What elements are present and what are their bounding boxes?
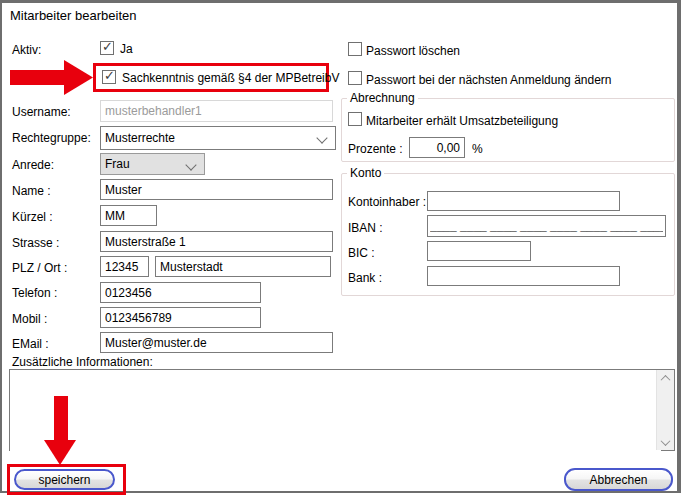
kontoinhaber-label: Kontoinhaber : bbox=[348, 195, 426, 209]
red-arrow-down-icon bbox=[42, 396, 78, 466]
chevron-up-icon bbox=[661, 374, 671, 384]
sachkenntnis-checkbox-label: Sachkenntnis gemäß §4 der MPBetreibV bbox=[122, 71, 339, 85]
chevron-down-icon bbox=[185, 159, 196, 170]
email-label: EMail : bbox=[12, 337, 49, 351]
plz-field[interactable] bbox=[100, 256, 149, 277]
rechtegruppe-dropdown[interactable]: Musterrechte bbox=[100, 126, 336, 150]
strasse-field[interactable] bbox=[100, 231, 333, 252]
zusatz-info-label: Zusätzliche Informationen: bbox=[12, 355, 153, 369]
passwort-loeschen-label: Passwort löschen bbox=[366, 44, 460, 58]
prozente-label: Prozente : bbox=[348, 142, 403, 156]
name-field[interactable] bbox=[100, 179, 333, 200]
red-arrow-right-icon bbox=[8, 57, 94, 98]
prozente-field[interactable] bbox=[409, 137, 465, 158]
email-field[interactable] bbox=[100, 332, 333, 353]
name-label: Name : bbox=[12, 184, 51, 198]
iban-field[interactable] bbox=[427, 215, 666, 237]
umsatzbeteiligung-checkbox[interactable] bbox=[348, 112, 362, 126]
plz-ort-label: PLZ / Ort : bbox=[12, 261, 67, 275]
telefon-label: Telefon : bbox=[12, 286, 57, 300]
sachkenntnis-checkbox[interactable]: ✓ bbox=[102, 70, 116, 84]
anrede-dropdown[interactable]: Frau bbox=[100, 153, 205, 175]
aktiv-label: Aktiv: bbox=[12, 43, 41, 57]
zusatz-info-textarea[interactable] bbox=[10, 370, 661, 454]
umsatzbeteiligung-label: Mitarbeiter erhält Umsatzbeteiligung bbox=[366, 114, 558, 128]
anrede-label: Anrede: bbox=[12, 158, 54, 172]
mobil-field[interactable] bbox=[100, 307, 261, 328]
bank-field[interactable] bbox=[427, 266, 620, 286]
telefon-field[interactable] bbox=[100, 282, 261, 303]
rechtegruppe-selected-value: Musterrechte bbox=[105, 131, 175, 145]
kuerzel-field[interactable] bbox=[100, 205, 157, 226]
employee-edit-dialog: Mitarbeiter bearbeiten Aktiv: ✓ Ja ✓ Sac… bbox=[0, 0, 681, 493]
percent-sign: % bbox=[472, 142, 483, 156]
check-icon: ✓ bbox=[102, 39, 113, 54]
bic-label: BIC : bbox=[348, 246, 375, 260]
iban-label: IBAN : bbox=[348, 221, 383, 235]
strasse-label: Strasse : bbox=[12, 236, 59, 250]
zusatz-info-textarea-frame bbox=[9, 369, 675, 451]
abrechnung-group-title: Abrechnung bbox=[347, 92, 418, 104]
bank-label: Bank : bbox=[348, 271, 382, 285]
username-field[interactable] bbox=[100, 100, 333, 122]
save-button[interactable]: speichern bbox=[14, 469, 115, 490]
username-label: Username: bbox=[12, 105, 71, 119]
rechtegruppe-label: Rechtegruppe: bbox=[12, 131, 91, 145]
konto-group-title: Konto bbox=[347, 167, 384, 179]
passwort-aendern-label: Passwort bei der nächsten Anmeldung ände… bbox=[366, 73, 612, 87]
scroll-down-button[interactable] bbox=[657, 434, 674, 450]
kuerzel-label: Kürzel : bbox=[12, 210, 53, 224]
cancel-button[interactable]: Abbrechen bbox=[564, 468, 673, 491]
chevron-down-icon bbox=[316, 132, 327, 143]
mobil-label: Mobil : bbox=[12, 312, 47, 326]
passwort-loeschen-checkbox[interactable] bbox=[348, 42, 362, 56]
anrede-selected-value: Frau bbox=[105, 157, 130, 171]
bic-field[interactable] bbox=[427, 241, 531, 261]
kontoinhaber-field[interactable] bbox=[427, 191, 620, 211]
chevron-down-icon bbox=[661, 436, 671, 446]
vertical-scrollbar[interactable] bbox=[656, 370, 674, 450]
aktiv-ja-checkbox-label: Ja bbox=[120, 42, 133, 56]
passwort-aendern-checkbox[interactable] bbox=[348, 71, 362, 85]
page-title: Mitarbeiter bearbeiten bbox=[10, 9, 136, 23]
scroll-up-button[interactable] bbox=[657, 370, 674, 386]
ort-field[interactable] bbox=[155, 256, 331, 277]
aktiv-ja-checkbox[interactable]: ✓ bbox=[100, 41, 114, 55]
check-icon: ✓ bbox=[104, 68, 115, 83]
